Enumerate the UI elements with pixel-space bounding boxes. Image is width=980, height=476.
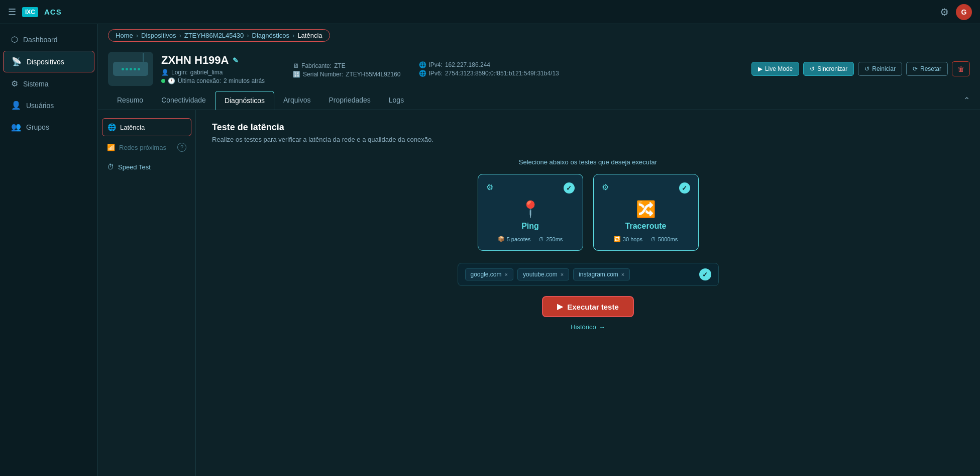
sidebar-item-dispositivos[interactable]: 📡 Dispositivos bbox=[3, 51, 94, 72]
help-icon[interactable]: ? bbox=[177, 143, 186, 152]
ipv4-icon: 🌐 bbox=[419, 61, 426, 68]
login-row: 👤 Login: gabriel_lima bbox=[161, 69, 265, 76]
traceroute-stat-time: ⏱ 5000ms bbox=[650, 236, 678, 242]
reiniciar-button[interactable]: ↺ Reiniciar bbox=[858, 62, 902, 76]
latencia-icon: 🌐 bbox=[107, 123, 116, 131]
breadcrumb-diagnosticos[interactable]: Diagnósticos bbox=[252, 32, 289, 39]
diag-item-redes: 📶 Redes próximas ? bbox=[102, 138, 191, 156]
live-mode-icon: ▶ bbox=[758, 65, 763, 72]
live-mode-label: Live Mode bbox=[765, 65, 793, 72]
settings-button[interactable]: ⚙ bbox=[940, 6, 949, 18]
breadcrumb-latencia: Latência bbox=[297, 32, 322, 39]
traceroute-card[interactable]: ⚙ ✓ 🔀 Traceroute 🔁 30 hops ⏱ bbox=[593, 174, 699, 251]
test-cards: ⚙ ✓ 📍 Ping 📦 5 pacotes ⏱ bbox=[212, 174, 964, 251]
usuarios-icon: 👤 bbox=[11, 101, 21, 110]
diag-item-speedtest[interactable]: ⏱ Speed Test bbox=[102, 158, 191, 175]
youtube-label: youtube.com bbox=[523, 271, 558, 278]
instagram-remove-icon[interactable]: × bbox=[621, 271, 624, 277]
ping-time-icon: ⏱ bbox=[538, 236, 544, 242]
traceroute-icon: 🔀 bbox=[602, 200, 690, 219]
tab-propriedades[interactable]: Propriedades bbox=[320, 91, 380, 110]
ipv4-value: 162.227.186.244 bbox=[445, 61, 490, 68]
latencia-label: Latência bbox=[120, 124, 145, 131]
traceroute-time-value: 5000ms bbox=[658, 236, 678, 242]
google-remove-icon[interactable]: × bbox=[505, 271, 508, 277]
traceroute-gear-icon[interactable]: ⚙ bbox=[602, 182, 609, 192]
breadcrumb-home[interactable]: Home bbox=[116, 32, 133, 39]
ping-card-header: ⚙ ✓ bbox=[486, 182, 575, 194]
execute-test-button[interactable]: ▶ Executar teste bbox=[542, 296, 634, 317]
breadcrumb-dispositivos[interactable]: Dispositivos bbox=[141, 32, 176, 39]
hops-value: 30 hops bbox=[623, 236, 642, 242]
device-title: ZXHN H199A ✎ bbox=[161, 54, 265, 67]
historico-arrow-icon: → bbox=[599, 323, 605, 331]
resetar-label: Resetar bbox=[920, 65, 941, 72]
sidebar-item-label: Sistema bbox=[23, 80, 49, 88]
topbar-left: ☰ IXC ACS bbox=[8, 7, 62, 18]
diagnostics-subtitle: Realize os testes para verificar a latên… bbox=[212, 136, 964, 143]
ipv6-value: 2754:3123:8590:0:f851:b121:549f:31b4/13 bbox=[445, 70, 559, 77]
sincronizar-button[interactable]: ↺ Sincronizar bbox=[803, 62, 854, 76]
breadcrumb: Home › Dispositivos › ZTEYH86M2L45430 › … bbox=[108, 29, 330, 42]
tab-conectividade[interactable]: Conectividade bbox=[152, 91, 215, 110]
router-image bbox=[108, 52, 153, 86]
device-ips: 🌐 IPv4: 162.227.186.244 🌐 IPv6: 2754:312… bbox=[419, 61, 559, 77]
edit-icon[interactable]: ✎ bbox=[233, 56, 239, 64]
login-icon: 👤 bbox=[161, 69, 169, 76]
execute-play-icon: ▶ bbox=[557, 302, 563, 311]
targets-confirm-icon[interactable]: ✓ bbox=[699, 268, 711, 280]
diag-item-latencia[interactable]: 🌐 Latência bbox=[102, 118, 191, 136]
sidebar-item-label: Grupos bbox=[26, 123, 49, 131]
sidebar-item-grupos[interactable]: 👥 Grupos bbox=[3, 117, 94, 137]
reiniciar-icon: ↺ bbox=[864, 65, 869, 72]
dashboard-icon: ⬡ bbox=[11, 35, 18, 44]
menu-icon[interactable]: ☰ bbox=[8, 7, 16, 18]
tab-logs[interactable]: Logs bbox=[380, 91, 413, 110]
device-info-row: ZXHN H199A ✎ 👤 Login: gabriel_lima bbox=[108, 52, 970, 86]
device-meta-right: 🖥 Fabricante: ZTE 🔢 Serial Number: ZTEYH… bbox=[293, 62, 400, 78]
manufacturer-value: ZTE bbox=[334, 62, 346, 69]
youtube-remove-icon[interactable]: × bbox=[561, 271, 564, 277]
breadcrumb-sep4: › bbox=[292, 32, 294, 39]
dispositivos-icon: 📡 bbox=[12, 57, 22, 66]
targets-row: google.com × youtube.com × instagram.com… bbox=[458, 263, 719, 286]
serial-label: Serial Number: bbox=[303, 71, 343, 78]
online-indicator bbox=[161, 79, 165, 83]
ipv6-icon: 🌐 bbox=[419, 70, 426, 77]
ipv4-label: IPv4: bbox=[429, 61, 443, 68]
sidebar: ⬡ Dashboard 📡 Dispositivos ⚙ Sistema 👤 U… bbox=[0, 24, 98, 476]
speedtest-label: Speed Test bbox=[118, 163, 151, 171]
historico-link[interactable]: Histórico → bbox=[571, 323, 605, 331]
sidebar-item-usuarios[interactable]: 👤 Usuários bbox=[3, 95, 94, 116]
sidebar-item-dashboard[interactable]: ⬡ Dashboard bbox=[3, 29, 94, 50]
clock-icon: 🕐 bbox=[168, 77, 175, 84]
tab-diagnosticos[interactable]: Diagnósticos bbox=[215, 91, 274, 110]
grupos-icon: 👥 bbox=[11, 122, 21, 132]
device-meta: 👤 Login: gabriel_lima 🕐 Última conexão: … bbox=[161, 69, 265, 84]
breadcrumb-bar: Home › Dispositivos › ZTEYH86M2L45430 › … bbox=[98, 24, 980, 47]
tab-collapse-icon[interactable]: ⌃ bbox=[963, 96, 970, 105]
led1 bbox=[122, 68, 124, 70]
resetar-button[interactable]: ⟳ Resetar bbox=[906, 62, 948, 76]
ping-check-icon: ✓ bbox=[564, 182, 575, 194]
tab-resumo[interactable]: Resumo bbox=[108, 91, 152, 110]
breadcrumb-device-id[interactable]: ZTEYH86M2L45430 bbox=[184, 32, 244, 39]
redes-icon: 📶 bbox=[107, 144, 115, 151]
live-mode-button[interactable]: ▶ Live Mode bbox=[751, 62, 799, 76]
tabs-bar: Resumo Conectividade Diagnósticos Arquiv… bbox=[98, 91, 980, 110]
led3 bbox=[130, 68, 132, 70]
diagnostics-title: Teste de latência bbox=[212, 122, 964, 133]
delete-button[interactable]: 🗑 bbox=[952, 61, 970, 76]
tab-arquivos[interactable]: Arquivos bbox=[274, 91, 319, 110]
execute-label: Executar teste bbox=[567, 303, 619, 311]
ipv6-row: 🌐 IPv6: 2754:3123:8590:0:f851:b121:549f:… bbox=[419, 70, 559, 77]
instagram-label: instagram.com bbox=[579, 271, 618, 278]
main-layout: ⬡ Dashboard 📡 Dispositivos ⚙ Sistema 👤 U… bbox=[0, 24, 980, 476]
sincronizar-label: Sincronizar bbox=[817, 65, 847, 72]
avatar[interactable]: G bbox=[956, 4, 972, 20]
ping-gear-icon[interactable]: ⚙ bbox=[486, 182, 493, 192]
led4 bbox=[134, 68, 136, 70]
ping-card[interactable]: ⚙ ✓ 📍 Ping 📦 5 pacotes ⏱ bbox=[478, 174, 583, 251]
historico-label: Histórico bbox=[571, 323, 596, 331]
sidebar-item-sistema[interactable]: ⚙ Sistema bbox=[3, 73, 94, 94]
